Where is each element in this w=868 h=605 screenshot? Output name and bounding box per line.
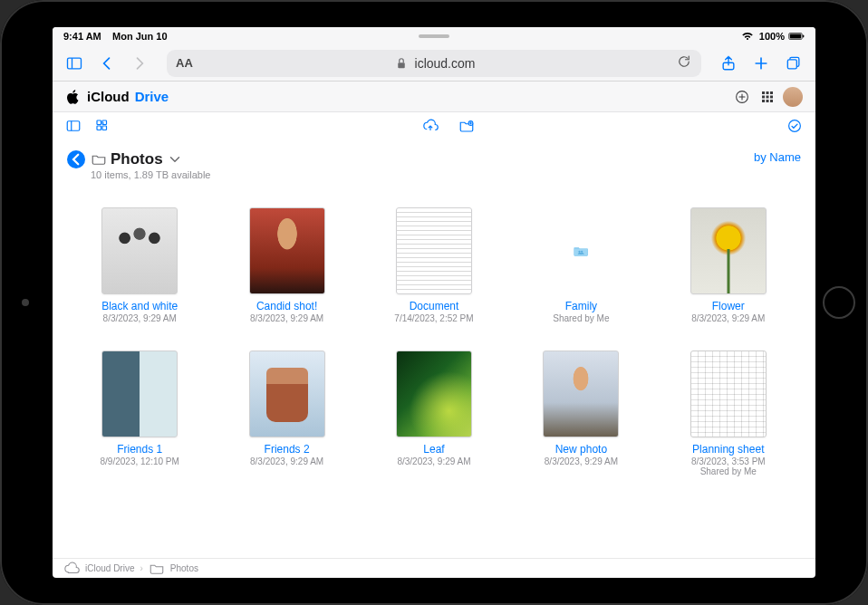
cloud-icon	[63, 561, 80, 577]
folder-stats: 10 items, 1.89 TB available	[91, 169, 754, 180]
file-thumb	[543, 351, 619, 437]
back-button[interactable]	[94, 51, 120, 76]
folder-small-icon	[149, 561, 165, 577]
sort-dropdown[interactable]: by Name	[754, 150, 801, 164]
refresh-icon[interactable]	[676, 53, 692, 72]
file-meta: 8/3/2023, 9:29 AM	[250, 456, 323, 466]
battery-icon	[788, 28, 805, 44]
chevron-down-icon[interactable]	[167, 151, 183, 168]
svg-rect-24	[102, 126, 107, 130]
file-name: Friends 1	[117, 443, 162, 456]
svg-point-28	[581, 251, 583, 253]
svg-rect-14	[767, 95, 769, 98]
upload-icon[interactable]	[422, 118, 439, 138]
svg-rect-18	[770, 100, 773, 102]
address-bar[interactable]: AA icloud.com	[167, 50, 701, 77]
file-item[interactable]: Document7/14/2023, 2:52 PM	[371, 207, 497, 323]
file-item[interactable]: New photo8/3/2023, 9:29 AM	[517, 351, 644, 476]
crumb-root[interactable]: iCloud Drive	[85, 563, 134, 573]
safari-toolbar: AA icloud.com	[53, 45, 815, 82]
brand-icloud: iCloud	[87, 89, 130, 104]
new-tab-icon[interactable]	[748, 51, 774, 76]
file-item[interactable]: Leaf8/3/2023, 9:29 AM	[371, 351, 497, 476]
folder-back-button[interactable]	[67, 150, 85, 168]
file-item[interactable]: Friends 28/3/2023, 9:29 AM	[224, 351, 351, 476]
file-name: Candid shot!	[256, 300, 317, 312]
file-name: Document	[410, 300, 459, 312]
svg-rect-3	[68, 58, 82, 69]
folder-icon	[91, 151, 107, 168]
brand-drive: Drive	[135, 89, 169, 104]
file-item[interactable]: Friends 18/9/2023, 12:10 PM	[76, 351, 203, 476]
file-meta: 8/3/2023, 3:53 PM	[691, 456, 766, 466]
file-name: New photo	[555, 443, 607, 456]
file-meta: 8/3/2023, 9:29 AM	[250, 313, 323, 323]
file-thumb	[249, 351, 325, 437]
file-grid: Black and white8/3/2023, 9:29 AMCandid s…	[53, 182, 815, 558]
file-name: Flower	[712, 300, 745, 312]
forward-button	[127, 51, 152, 76]
apple-icon	[65, 89, 82, 105]
breadcrumb: iCloud Drive › Photos	[53, 558, 815, 578]
app-grid-icon[interactable]	[757, 87, 777, 107]
folder-title: Photos	[111, 150, 163, 168]
svg-rect-17	[767, 100, 769, 102]
file-thumb	[690, 351, 767, 437]
status-time: 9:41 AM	[63, 31, 101, 42]
folder-header: Photos 10 items, 1.89 TB available by Na…	[53, 143, 815, 182]
file-meta: Shared by Me	[553, 313, 609, 323]
svg-rect-11	[767, 91, 769, 94]
icloud-header: iCloud Drive	[53, 82, 815, 112]
file-item[interactable]: Candid shot!8/3/2023, 9:29 AM	[224, 207, 351, 323]
file-meta-extra: Shared by Me	[700, 466, 757, 476]
file-item[interactable]: FamilyShared by Me	[517, 207, 644, 323]
svg-rect-13	[762, 95, 765, 98]
file-meta: 8/3/2023, 9:29 AM	[103, 313, 177, 323]
file-thumb	[249, 207, 325, 294]
file-meta: 8/3/2023, 9:29 AM	[545, 456, 618, 466]
file-item[interactable]: Flower8/3/2023, 9:29 AM	[665, 207, 792, 323]
file-name: Leaf	[423, 443, 444, 456]
drive-toolbar	[53, 112, 815, 143]
file-meta: 8/3/2023, 9:29 AM	[691, 313, 765, 323]
svg-rect-12	[770, 91, 773, 94]
lock-icon	[393, 55, 410, 72]
status-date: Mon Jun 10	[112, 31, 168, 42]
drag-handle-icon	[419, 34, 449, 38]
crumb-leaf[interactable]: Photos	[170, 563, 198, 573]
file-thumb	[396, 351, 472, 437]
file-meta: 8/3/2023, 9:29 AM	[397, 456, 470, 466]
folder-thumb	[537, 207, 624, 294]
url-text: icloud.com	[415, 56, 476, 71]
svg-rect-16	[762, 100, 765, 102]
home-button[interactable]	[823, 286, 855, 319]
battery-percent: 100%	[759, 31, 785, 42]
svg-point-26	[789, 120, 801, 132]
panel-toggle-icon[interactable]	[65, 118, 82, 138]
select-icon[interactable]	[786, 118, 803, 138]
file-name: Planning sheet	[692, 443, 764, 456]
file-name: Black and white	[101, 300, 178, 312]
share-icon[interactable]	[716, 51, 741, 76]
sidebar-toggle-icon[interactable]	[62, 51, 87, 76]
file-thumb	[690, 207, 767, 294]
status-bar: 9:41 AM Mon Jun 10 100%	[53, 27, 815, 45]
text-size-icon[interactable]: AA	[176, 56, 193, 70]
svg-rect-1	[790, 34, 801, 39]
tabs-icon[interactable]	[781, 51, 806, 76]
wifi-icon	[739, 28, 756, 44]
file-item[interactable]: Planning sheet8/3/2023, 3:53 PMShared by…	[665, 351, 792, 476]
file-thumb	[101, 351, 178, 437]
svg-rect-23	[97, 126, 101, 130]
file-meta: 8/9/2023, 12:10 PM	[101, 456, 179, 466]
file-item[interactable]: Black and white8/3/2023, 9:29 AM	[76, 207, 203, 323]
file-name: Friends 2	[265, 443, 310, 456]
avatar[interactable]	[783, 87, 803, 107]
file-thumb	[101, 207, 178, 294]
add-icon[interactable]	[732, 87, 752, 107]
svg-rect-21	[97, 120, 101, 125]
svg-rect-8	[787, 59, 796, 68]
svg-point-27	[579, 251, 581, 253]
new-folder-icon[interactable]	[458, 118, 475, 138]
view-options-icon[interactable]	[94, 118, 111, 138]
